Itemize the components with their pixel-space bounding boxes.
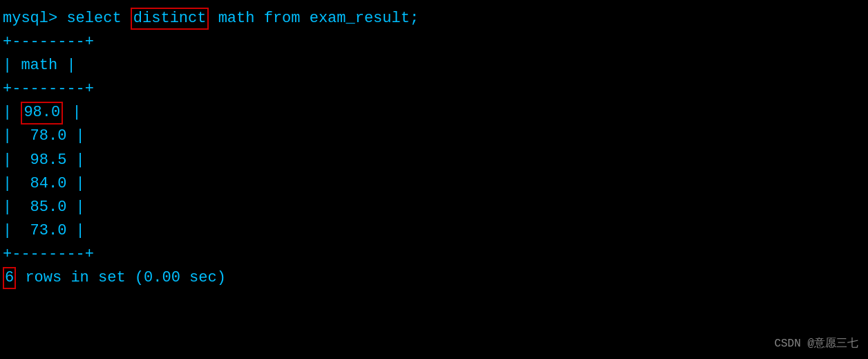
mysql-prompt: mysql> bbox=[3, 7, 57, 30]
table-border-mid: +--------+ bbox=[0, 77, 868, 101]
command-line: mysql> select distinct math from exam_re… bbox=[0, 7, 868, 30]
command-post: math from exam_result; bbox=[209, 7, 419, 30]
data-row-1: | 98.0 | bbox=[0, 101, 868, 125]
row-3-text: | 98.5 | bbox=[3, 149, 85, 172]
row-5-text: | 85.0 | bbox=[3, 196, 85, 219]
result-line: 6 rows in set (0.00 sec) bbox=[0, 266, 868, 290]
row-2-text: | 78.0 | bbox=[3, 125, 85, 148]
data-row-4: | 84.0 | bbox=[0, 172, 868, 196]
terminal-window: mysql> select distinct math from exam_re… bbox=[0, 0, 868, 290]
pipe-left-1: | bbox=[3, 101, 21, 125]
command-pre: select bbox=[57, 7, 131, 30]
data-row-2: | 78.0 | bbox=[0, 125, 868, 148]
data-row-6: | 73.0 | bbox=[0, 219, 868, 243]
column-header-row: | math | bbox=[0, 54, 868, 77]
row-count: 6 bbox=[3, 267, 16, 290]
table-border-bot: +--------+ bbox=[0, 243, 868, 266]
data-row-5: | 85.0 | bbox=[0, 196, 868, 219]
watermark: CSDN @意愿三七 bbox=[774, 336, 858, 351]
row-4-text: | 84.0 | bbox=[3, 172, 85, 196]
distinct-keyword: distinct bbox=[131, 8, 209, 30]
cell-value-1: 98.0 bbox=[21, 102, 63, 125]
table-border-top: +--------+ bbox=[0, 30, 868, 54]
row-6-text: | 73.0 | bbox=[3, 219, 85, 243]
result-suffix: rows in set (0.00 sec) bbox=[16, 266, 226, 290]
pipe-right-1: | bbox=[63, 101, 81, 125]
data-row-3: | 98.5 | bbox=[0, 149, 868, 172]
